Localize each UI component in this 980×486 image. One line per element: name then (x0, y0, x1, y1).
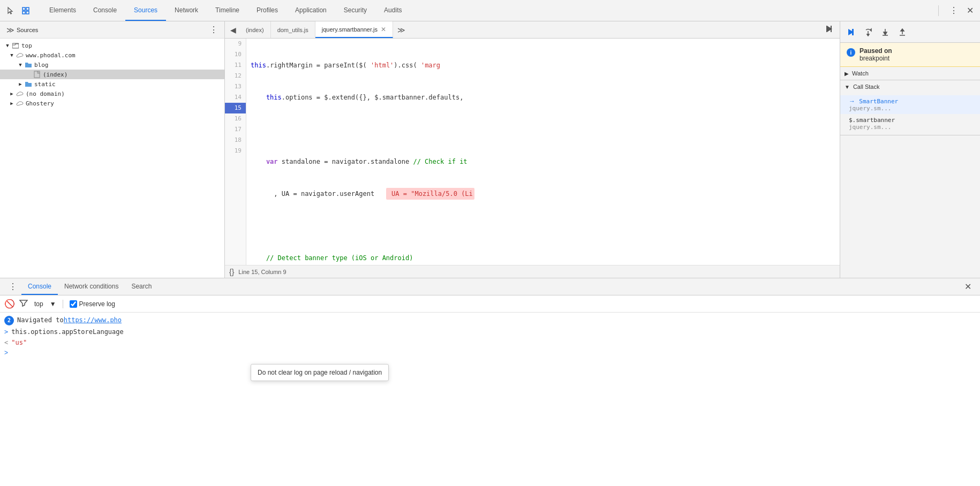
devtools-nav-tabs: Elements Console Sources Network Timelin… (41, 0, 410, 21)
code-line-13: , UA = navigator.userAgent UA = "Mozilla… (251, 188, 835, 199)
source-tab-index[interactable]: (index) (239, 21, 271, 38)
console-clear-btn[interactable]: 🚫 (4, 299, 15, 309)
topbar-close-icon[interactable]: ✕ (964, 3, 976, 18)
console-input-line: > this.options.appStoreLanguage (4, 326, 976, 337)
bottom-section: ⋮ Console Network conditions Search ✕ 🚫 … (0, 278, 980, 486)
tree-arrow-index (26, 71, 32, 78)
tab-application[interactable]: Application (287, 0, 335, 21)
tree-arrow-nodomain: ▶ (9, 90, 15, 97)
tab-network[interactable]: Network (166, 0, 207, 21)
source-tab-domutils-label: dom_utils.js (277, 27, 308, 33)
format-toggle[interactable]: {} (229, 268, 234, 276)
source-tab-play-btn[interactable] (820, 25, 838, 35)
paused-banner: i Paused on breakpoint (840, 43, 980, 67)
bottom-tab-search[interactable]: Search (125, 278, 158, 295)
console-context-selector[interactable]: top (32, 299, 46, 309)
main-container: ≫ Sources ⋮ ▼ top ▼ (0, 21, 980, 486)
watch-header[interactable]: ▶ Watch (840, 67, 980, 80)
callstack-file-1: jquery.sm... (849, 124, 971, 131)
preserve-log-checkbox[interactable] (70, 300, 77, 308)
callstack-entries: → SmartBanner jquery.sm... $.smartbanner… (840, 93, 980, 135)
step-into-btn[interactable] (879, 26, 892, 39)
tab-sources[interactable]: Sources (125, 0, 166, 21)
topbar-cursor-icons (4, 4, 32, 17)
callstack-arrow-icon: ▼ (845, 84, 850, 90)
console-context-dropdown[interactable]: ▼ (50, 300, 56, 308)
sidebar-more-btn[interactable]: ⋮ (207, 24, 220, 36)
callstack-entry-0[interactable]: → SmartBanner jquery.sm... (840, 95, 980, 114)
code-area: 9 10 11 12 13 14 15 16 17 18 19 this.rig… (225, 39, 840, 265)
tab-profiles[interactable]: Profiles (248, 0, 287, 21)
sidebar-expand-btn[interactable]: ≫ (4, 25, 17, 35)
inspect-icon[interactable] (19, 4, 32, 17)
ln-16: 16 (225, 113, 246, 124)
source-tab-close-btn[interactable]: ✕ (381, 26, 386, 33)
ln-14: 14 (225, 92, 246, 103)
svg-marker-17 (901, 29, 904, 31)
console-output-prompt: < (4, 338, 8, 347)
ln-18: 18 (225, 135, 246, 146)
callstack-header[interactable]: ▼ Call Stack (840, 80, 980, 93)
topbar-more-icon[interactable]: ⋮ (947, 3, 960, 18)
source-panel: ◀ (index) dom_utils.js jquery.smartbanne… (225, 21, 840, 278)
tree-arrow-phodal: ▼ (9, 52, 15, 58)
cursor-icon[interactable] (4, 4, 17, 17)
step-out-btn[interactable] (896, 26, 909, 39)
bottom-tab-network[interactable]: Network conditions (58, 278, 125, 295)
tree-arrow-static: ▶ (17, 81, 24, 87)
code-content[interactable]: this.rightMargin = parseInt($( 'html').c… (246, 39, 840, 265)
callstack-file-0: jquery.sm... (849, 105, 971, 112)
tree-item-static[interactable]: ▶ static (0, 79, 224, 89)
source-tab-domutils[interactable]: dom_utils.js (271, 21, 315, 38)
info-icon: i (847, 48, 855, 57)
line-numbers: 9 10 11 12 13 14 15 16 17 18 19 (225, 39, 246, 265)
tree-item-ghostery[interactable]: ▶ Ghostery (0, 98, 224, 108)
ln-9: 9 (225, 39, 246, 49)
bottom-close-btn[interactable]: ✕ (960, 282, 976, 292)
sources-sidebar: ≫ Sources ⋮ ▼ top ▼ (0, 21, 225, 278)
callstack-entry-1[interactable]: $.smartbanner jquery.sm... (840, 114, 980, 133)
console-toolbar: 🚫 top ▼ Preserve log (0, 295, 980, 313)
watch-label: Watch (852, 70, 869, 77)
tab-elements[interactable]: Elements (41, 0, 85, 21)
svg-rect-8 (831, 26, 832, 32)
tab-timeline[interactable]: Timeline (207, 0, 248, 21)
bottom-tab-more-btn[interactable]: ⋮ (4, 278, 21, 295)
ln-12: 12 (225, 71, 246, 81)
tab-audits[interactable]: Audits (375, 0, 410, 21)
console-output[interactable]: 2 Navigated to https://www.pho > this.op… (0, 313, 980, 486)
tree-item-phodal[interactable]: ▼ www.phodal.com (0, 50, 224, 60)
console-cursor-line[interactable]: > (4, 348, 976, 358)
console-output-line: < "us" (4, 337, 976, 348)
bottom-tab-console[interactable]: Console (21, 278, 58, 295)
file-icon-index (33, 71, 41, 78)
tab-security[interactable]: Security (335, 0, 375, 21)
right-panel: i Paused on breakpoint ▶ Watch ▼ Call St… (840, 21, 980, 278)
svg-marker-14 (884, 32, 887, 35)
topbar-separator (938, 5, 939, 16)
console-input-prompt: > (4, 328, 8, 336)
sources-tree: ▼ top ▼ www.phodal.com ▼ (0, 39, 224, 278)
tree-item-index[interactable]: (index) (0, 70, 224, 79)
ln-10: 10 (225, 49, 246, 60)
callstack-selected-arrow: → (849, 97, 857, 105)
console-navigated-link[interactable]: https://www.pho (64, 316, 122, 324)
tree-arrow-top: ▼ (4, 42, 11, 49)
tree-item-blog[interactable]: ▼ blog (0, 60, 224, 70)
svg-rect-3 (26, 11, 29, 14)
tree-label-blog: blog (34, 62, 49, 69)
tab-console[interactable]: Console (85, 0, 125, 21)
console-filter-btn[interactable] (19, 299, 28, 308)
tree-item-top[interactable]: ▼ top (0, 41, 224, 50)
source-tab-more-btn[interactable]: ≫ (393, 26, 410, 34)
step-over-btn[interactable] (862, 26, 875, 39)
tab-collapse-btn[interactable]: ◀ (227, 21, 239, 38)
tooltip-preserve-log: Do not clear log on page reload / naviga… (251, 364, 389, 381)
ln-13: 13 (225, 81, 246, 92)
watch-arrow: ▶ (845, 71, 849, 77)
svg-marker-12 (867, 34, 869, 36)
tree-item-nodomain[interactable]: ▶ (no domain) (0, 89, 224, 98)
resume-btn[interactable] (845, 26, 857, 39)
source-tab-smartbanner[interactable]: jquery.smartbanner.js ✕ (315, 21, 393, 38)
folder-icon-static (25, 80, 32, 88)
